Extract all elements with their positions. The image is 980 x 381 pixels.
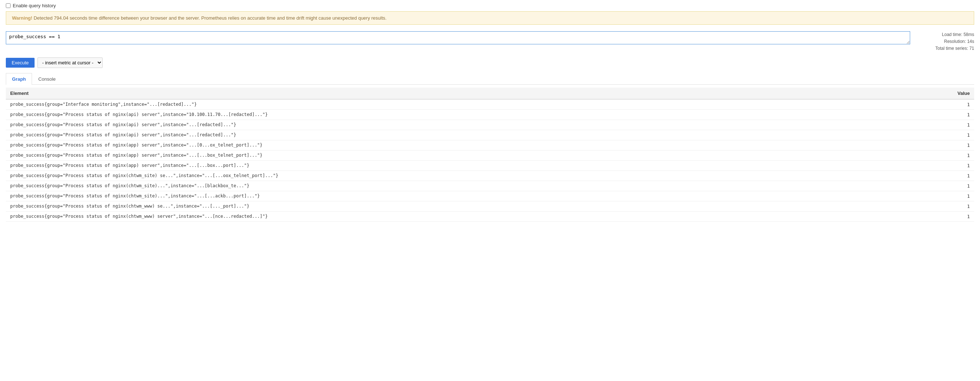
enable-history-checkbox[interactable]: [6, 3, 11, 8]
table-cell-element: probe_success{group="Process status of n…: [6, 211, 906, 221]
table-cell-value: 1: [906, 201, 974, 211]
table-cell-value: 1: [906, 130, 974, 140]
table-cell-element: probe_success{group="Interface monitorin…: [6, 99, 906, 110]
toolbar: Execute - insert metric at cursor -: [0, 55, 980, 70]
table-row: probe_success{group="Interface monitorin…: [6, 99, 974, 110]
enable-history-area[interactable]: Enable query history: [6, 3, 56, 8]
table-cell-element: probe_success{group="Process status of n…: [6, 110, 906, 120]
table-row: probe_success{group="Process status of n…: [6, 191, 974, 201]
col-value: Value: [906, 87, 974, 99]
table-cell-element: probe_success{group="Process status of n…: [6, 181, 906, 191]
table-cell-element: probe_success{group="Process status of n…: [6, 120, 906, 130]
table-cell-element: probe_success{group="Process status of n…: [6, 140, 906, 150]
tabs: Graph Console: [6, 73, 974, 85]
warning-banner: Warning! Detected 794.04 seconds time di…: [6, 11, 974, 25]
table-header-row: Element Value: [6, 87, 974, 99]
table-cell-value: 1: [906, 191, 974, 201]
table-cell-value: 1: [906, 120, 974, 130]
table-cell-element: probe_success{group="Process status of n…: [6, 201, 906, 211]
table-cell-element: probe_success{group="Process status of n…: [6, 150, 906, 160]
results-table: Element Value probe_success{group="Inter…: [6, 87, 974, 222]
table-cell-value: 1: [906, 110, 974, 120]
table-row: probe_success{group="Process status of n…: [6, 181, 974, 191]
table-cell-element: probe_success{group="Process status of n…: [6, 170, 906, 181]
total-series: Total time series: 71: [916, 45, 974, 52]
tab-graph[interactable]: Graph: [6, 73, 32, 85]
warning-message: Detected 794.04 seconds time difference …: [33, 15, 386, 21]
resolution: Resolution: 14s: [916, 38, 974, 45]
execute-button[interactable]: Execute: [6, 58, 35, 68]
query-input-area: [6, 31, 910, 46]
table-cell-value: 1: [906, 150, 974, 160]
enable-history-label[interactable]: Enable query history: [13, 3, 56, 8]
results-table-container: Element Value probe_success{group="Inter…: [0, 87, 980, 222]
table-cell-value: 1: [906, 170, 974, 181]
table-cell-element: probe_success{group="Process status of n…: [6, 191, 906, 201]
table-cell-value: 1: [906, 160, 974, 170]
metric-select[interactable]: - insert metric at cursor -: [37, 57, 103, 68]
table-cell-element: probe_success{group="Process status of n…: [6, 160, 906, 170]
query-meta: Load time: 58ms Resolution: 14s Total ti…: [916, 31, 974, 52]
table-row: probe_success{group="Process status of n…: [6, 140, 974, 150]
table-row: probe_success{group="Process status of n…: [6, 120, 974, 130]
col-element: Element: [6, 87, 906, 99]
table-row: probe_success{group="Process status of n…: [6, 170, 974, 181]
table-cell-value: 1: [906, 140, 974, 150]
tab-console[interactable]: Console: [32, 73, 62, 85]
table-cell-value: 1: [906, 99, 974, 110]
table-cell-value: 1: [906, 181, 974, 191]
table-row: probe_success{group="Process status of n…: [6, 110, 974, 120]
table-row: probe_success{group="Process status of n…: [6, 150, 974, 160]
top-bar: Enable query history: [0, 0, 980, 11]
table-row: probe_success{group="Process status of n…: [6, 201, 974, 211]
query-section: Load time: 58ms Resolution: 14s Total ti…: [0, 29, 980, 55]
warning-prefix: Warning!: [12, 15, 32, 21]
table-cell-element: probe_success{group="Process status of n…: [6, 130, 906, 140]
table-row: probe_success{group="Process status of n…: [6, 160, 974, 170]
table-cell-value: 1: [906, 211, 974, 221]
load-time: Load time: 58ms: [916, 31, 974, 38]
table-row: probe_success{group="Process status of n…: [6, 130, 974, 140]
query-input[interactable]: [6, 31, 910, 44]
table-row: probe_success{group="Process status of n…: [6, 211, 974, 221]
